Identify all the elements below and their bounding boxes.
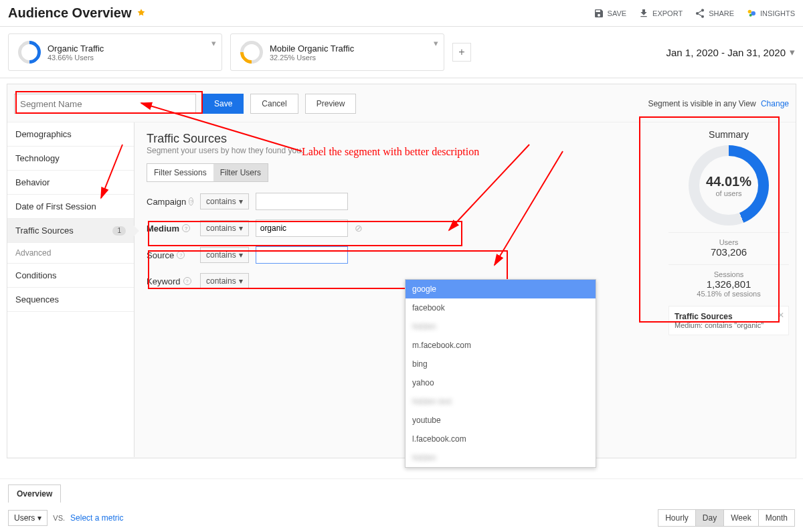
contains-dropdown[interactable]: contains ▾ (200, 220, 249, 236)
nav-conditions[interactable]: Conditions (7, 264, 134, 288)
vs-label: VS. (53, 514, 65, 522)
svg-point-0 (748, 9, 751, 13)
preview-button[interactable]: Preview (305, 94, 357, 114)
insights-icon (746, 8, 757, 19)
select-metric-link[interactable]: Select a metric (70, 513, 123, 523)
caret-down-icon: ▾ (239, 276, 243, 286)
verified-icon (136, 8, 147, 19)
chevron-down-icon[interactable]: ▾ (434, 38, 438, 48)
save-icon (594, 8, 604, 19)
summary-panel: Summary 44.01% of users Users 703,206 Se… (662, 122, 796, 457)
caret-down-icon: ▾ (239, 197, 243, 206)
export-action[interactable]: EXPORT (638, 8, 683, 19)
nav-advanced-label: Advanced (7, 243, 134, 264)
summary-of-users: of users (706, 189, 751, 197)
dropdown-option[interactable]: google (406, 280, 596, 298)
help-icon[interactable]: ? (183, 277, 191, 285)
change-link[interactable]: Change (761, 99, 789, 108)
summary-sessions-value: 1,326,801 (668, 278, 789, 290)
filter-sessions-button[interactable]: Filter Sessions (147, 164, 213, 181)
medium-input[interactable] (256, 219, 348, 237)
dropdown-option[interactable]: hidden (406, 448, 596, 467)
segment-title: Organic Traffic (48, 43, 104, 54)
caret-down-icon: ▾ (239, 250, 243, 260)
nav-demographics[interactable]: Demographics (7, 122, 134, 147)
time-week-button[interactable]: Week (724, 510, 758, 526)
dropdown-option[interactable]: facebook (406, 298, 596, 317)
segment-card-mobile-organic[interactable]: Mobile Organic Traffic 32.25% Users ▾ (230, 33, 444, 71)
filter-row-medium: Medium? contains ▾ ⊘ (147, 219, 650, 237)
help-icon[interactable]: ? (177, 251, 185, 259)
caret-down-icon: ▾ (790, 46, 795, 58)
filter-users-button[interactable]: Filter Users (213, 164, 268, 181)
contains-dropdown[interactable]: contains ▾ (200, 247, 249, 263)
nav-traffic-sources[interactable]: Traffic Sources 1 (7, 219, 134, 243)
help-icon[interactable]: ? (189, 197, 193, 205)
main-panel: Traffic Sources Segment your users by ho… (135, 122, 662, 457)
add-segment-button[interactable]: + (452, 43, 471, 62)
filter-row-source: Source? contains ▾ (147, 246, 650, 264)
source-input[interactable] (256, 246, 348, 264)
summary-percent: 44.01% (706, 174, 751, 189)
segment-name-input[interactable] (14, 94, 196, 114)
cancel-button[interactable]: Cancel (250, 94, 298, 114)
save-action[interactable]: SAVE (594, 8, 627, 19)
filter-row-campaign: Campaign? contains ▾ (147, 193, 650, 210)
panel-sub: Segment your users by how they found you… (147, 146, 650, 155)
dropdown-option[interactable]: youtube (406, 411, 596, 430)
close-icon[interactable]: ✕ (778, 311, 784, 320)
source-dropdown[interactable]: google facebook hidden m.facebook.com bi… (405, 279, 596, 468)
dropdown-option[interactable]: l.facebook.com (406, 430, 596, 448)
share-action[interactable]: SHARE (695, 8, 734, 19)
donut-icon (13, 36, 46, 68)
nav-sequences[interactable]: Sequences (7, 288, 134, 312)
save-button[interactable]: Save (203, 94, 244, 114)
segment-sub: 43.66% Users (48, 54, 104, 62)
segment-card-organic[interactable]: Organic Traffic 43.66% Users ▾ (8, 33, 222, 71)
view-note: Segment is visible in any View Change (648, 99, 789, 108)
page-title: Audience Overview (8, 5, 132, 21)
chevron-down-icon[interactable]: ▾ (211, 38, 216, 48)
svg-point-2 (749, 13, 752, 16)
insights-action[interactable]: INSIGHTS (746, 8, 795, 19)
campaign-input[interactable] (256, 193, 348, 210)
caret-down-icon: ▾ (239, 224, 243, 233)
segment-sub: 32.25% Users (270, 54, 354, 62)
dropdown-option[interactable]: hidden (406, 317, 596, 336)
left-nav: Demographics Technology Behavior Date of… (7, 122, 135, 457)
date-range-picker[interactable]: Jan 1, 2020 - Jan 31, 2020 ▾ (666, 46, 795, 58)
dropdown-option[interactable]: yahoo (406, 373, 596, 392)
nav-technology[interactable]: Technology (7, 147, 134, 171)
time-month-button[interactable]: Month (759, 510, 794, 526)
users-dropdown[interactable]: Users ▾ (8, 510, 48, 526)
summary-title: Summary (668, 129, 789, 140)
summary-users-value: 703,206 (668, 246, 789, 258)
tab-overview[interactable]: Overview (8, 484, 61, 503)
export-icon (638, 8, 649, 19)
donut-icon (236, 36, 268, 68)
summary-donut-chart: 44.01% of users (689, 145, 769, 226)
nav-behavior[interactable]: Behavior (7, 171, 134, 195)
caret-down-icon: ▾ (37, 513, 41, 523)
nav-first-session[interactable]: Date of First Session (7, 195, 134, 219)
dropdown-option[interactable]: bing (406, 355, 596, 373)
dropdown-option[interactable]: hidden text (406, 392, 596, 411)
clear-icon[interactable]: ⊘ (355, 223, 363, 234)
contains-dropdown[interactable]: contains ▾ (200, 193, 249, 209)
time-hourly-button[interactable]: Hourly (658, 510, 696, 526)
segment-title: Mobile Organic Traffic (270, 43, 354, 54)
time-day-button[interactable]: Day (696, 510, 724, 526)
dropdown-option[interactable]: m.facebook.com (406, 336, 596, 355)
filter-toggle: Filter Sessions Filter Users (147, 163, 268, 182)
panel-title: Traffic Sources (147, 132, 650, 146)
nav-badge: 1 (112, 226, 126, 236)
contains-dropdown[interactable]: contains ▾ (200, 273, 249, 289)
help-icon[interactable]: ? (182, 224, 190, 232)
traffic-sources-condition: Traffic Sources Medium: contains "organi… (668, 306, 789, 335)
time-granularity-group: Hourly Day Week Month (658, 509, 795, 527)
share-icon (695, 8, 705, 19)
